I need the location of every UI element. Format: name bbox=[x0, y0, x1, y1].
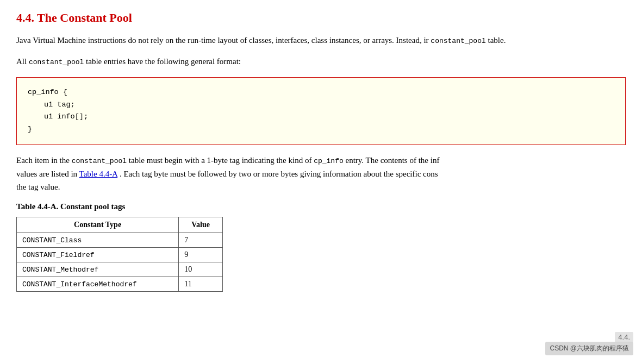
col-header-type: Constant Type bbox=[17, 217, 179, 233]
table-cell-value: 9 bbox=[179, 248, 223, 262]
code-line-1: cp_info { bbox=[28, 86, 614, 99]
table-row: CONSTANT_Fieldref9 bbox=[17, 248, 223, 262]
constant-table: Constant Type Value CONSTANT_Class7CONST… bbox=[16, 217, 223, 292]
table-row: CONSTANT_Methodref10 bbox=[17, 262, 223, 277]
table-cell-value: 11 bbox=[179, 277, 223, 292]
para2-prefix: All bbox=[16, 57, 29, 66]
paragraph-2: All constant_pool table entries have the… bbox=[16, 55, 626, 68]
table-cell-type: CONSTANT_Methodref bbox=[17, 262, 179, 277]
table-header-row: Constant Type Value bbox=[17, 217, 223, 233]
table-title: Table 4.4-A. Constant pool tags bbox=[16, 202, 626, 211]
paragraph-3: Each item in the constant_pool table mus… bbox=[16, 154, 626, 193]
para3-mid1: table must begin with a 1-byte tag indic… bbox=[129, 156, 314, 165]
para2-suffix: table entries have the following general… bbox=[86, 57, 241, 66]
para1-text: Java Virtual Machine instructions do not… bbox=[16, 36, 429, 45]
table-cell-type: CONSTANT_Fieldref bbox=[17, 248, 179, 262]
table-body: CONSTANT_Class7CONSTANT_Fieldref9CONSTAN… bbox=[17, 233, 223, 292]
table-cell-value: 10 bbox=[179, 262, 223, 277]
para3-line2-mid: . Each tag byte must be followed by two … bbox=[120, 170, 438, 178]
para3-mid2: entry. The contents of the inf bbox=[346, 156, 440, 165]
para3-line2-prefix: values are listed in bbox=[16, 170, 79, 178]
table-row: CONSTANT_Class7 bbox=[17, 233, 223, 248]
para1-code: constant_pool bbox=[431, 37, 485, 45]
table-cell-type: CONSTANT_Class bbox=[17, 233, 179, 248]
para1-suffix: table. bbox=[488, 36, 506, 45]
para3-code2: cp_info bbox=[314, 157, 344, 165]
page-title: 4.4. The Constant Pool bbox=[16, 11, 626, 25]
para3-prefix: Each item in the bbox=[16, 156, 72, 165]
code-line-3: u1 info[]; bbox=[28, 111, 614, 123]
para2-code: constant_pool bbox=[29, 58, 84, 66]
code-line-4: } bbox=[28, 123, 614, 136]
para3-line3: the tag value. bbox=[16, 183, 60, 191]
code-block: cp_info { u1 tag; u1 info[]; } bbox=[16, 77, 626, 146]
para3-code1: constant_pool bbox=[72, 157, 127, 165]
table-cell-type: CONSTANT_InterfaceMethodref bbox=[17, 277, 179, 292]
table-cell-value: 7 bbox=[179, 233, 223, 248]
col-header-value: Value bbox=[179, 217, 223, 233]
code-line-2: u1 tag; bbox=[28, 99, 614, 111]
table-row: CONSTANT_InterfaceMethodref11 bbox=[17, 277, 223, 292]
table-link[interactable]: Table 4.4-A bbox=[79, 170, 118, 178]
paragraph-1: Java Virtual Machine instructions do not… bbox=[16, 34, 626, 47]
